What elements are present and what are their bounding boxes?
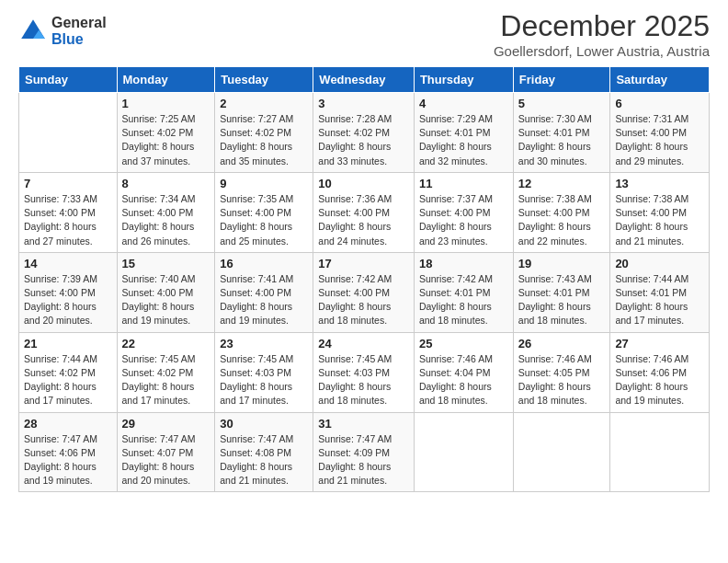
day-info: Sunrise: 7:47 AM Sunset: 4:06 PM Dayligh… (24, 432, 112, 488)
week-row-2: 7Sunrise: 7:33 AM Sunset: 4:00 PM Daylig… (19, 172, 710, 252)
day-info: Sunrise: 7:38 AM Sunset: 4:00 PM Dayligh… (615, 192, 704, 248)
day-info: Sunrise: 7:33 AM Sunset: 4:00 PM Dayligh… (24, 192, 112, 248)
day-cell: 9Sunrise: 7:35 AM Sunset: 4:00 PM Daylig… (215, 172, 313, 252)
weekday-header-monday: Monday (117, 67, 215, 93)
day-number: 16 (220, 257, 308, 270)
day-number: 10 (318, 177, 409, 190)
day-info: Sunrise: 7:46 AM Sunset: 4:05 PM Dayligh… (518, 352, 606, 408)
day-number: 25 (419, 337, 508, 350)
week-row-4: 21Sunrise: 7:44 AM Sunset: 4:02 PM Dayli… (19, 332, 710, 412)
day-number: 17 (318, 257, 409, 270)
day-cell: 28Sunrise: 7:47 AM Sunset: 4:06 PM Dayli… (19, 412, 118, 492)
day-number: 28 (24, 417, 112, 431)
day-cell (513, 412, 610, 492)
day-number: 19 (518, 257, 606, 270)
day-number: 15 (122, 257, 210, 270)
day-cell: 25Sunrise: 7:46 AM Sunset: 4:04 PM Dayli… (414, 332, 513, 412)
day-number: 14 (24, 257, 112, 270)
day-number: 27 (615, 337, 704, 350)
day-number: 6 (615, 97, 704, 110)
day-cell: 1Sunrise: 7:25 AM Sunset: 4:02 PM Daylig… (117, 93, 215, 173)
day-cell: 5Sunrise: 7:30 AM Sunset: 4:01 PM Daylig… (513, 93, 610, 173)
month-title: December 2025 (494, 9, 710, 43)
day-info: Sunrise: 7:25 AM Sunset: 4:02 PM Dayligh… (122, 112, 210, 168)
day-cell: 15Sunrise: 7:40 AM Sunset: 4:00 PM Dayli… (117, 252, 215, 332)
day-cell: 21Sunrise: 7:44 AM Sunset: 4:02 PM Dayli… (19, 332, 118, 412)
day-number: 9 (220, 177, 308, 190)
day-number: 8 (122, 177, 210, 190)
day-number: 18 (419, 257, 508, 270)
day-info: Sunrise: 7:47 AM Sunset: 4:07 PM Dayligh… (122, 432, 210, 488)
day-info: Sunrise: 7:45 AM Sunset: 4:02 PM Dayligh… (122, 352, 210, 408)
logo-general: General (51, 15, 107, 31)
day-info: Sunrise: 7:47 AM Sunset: 4:08 PM Dayligh… (220, 432, 308, 488)
weekday-header-thursday: Thursday (414, 67, 513, 93)
day-number: 5 (518, 97, 606, 110)
day-cell: 12Sunrise: 7:38 AM Sunset: 4:00 PM Dayli… (513, 172, 610, 252)
day-info: Sunrise: 7:45 AM Sunset: 4:03 PM Dayligh… (220, 352, 308, 408)
week-row-3: 14Sunrise: 7:39 AM Sunset: 4:00 PM Dayli… (19, 252, 710, 332)
day-cell: 6Sunrise: 7:31 AM Sunset: 4:00 PM Daylig… (610, 93, 710, 173)
day-cell: 24Sunrise: 7:45 AM Sunset: 4:03 PM Dayli… (313, 332, 415, 412)
day-info: Sunrise: 7:41 AM Sunset: 4:00 PM Dayligh… (220, 272, 308, 328)
day-info: Sunrise: 7:42 AM Sunset: 4:00 PM Dayligh… (318, 272, 409, 328)
day-number: 7 (24, 177, 112, 190)
day-number: 11 (419, 177, 508, 190)
day-number: 20 (615, 257, 704, 270)
day-info: Sunrise: 7:44 AM Sunset: 4:01 PM Dayligh… (615, 272, 704, 328)
day-cell: 26Sunrise: 7:46 AM Sunset: 4:05 PM Dayli… (513, 332, 610, 412)
day-number: 13 (615, 177, 704, 190)
day-cell: 14Sunrise: 7:39 AM Sunset: 4:00 PM Dayli… (19, 252, 118, 332)
weekday-header-saturday: Saturday (610, 67, 710, 93)
day-cell: 19Sunrise: 7:43 AM Sunset: 4:01 PM Dayli… (513, 252, 610, 332)
day-cell (610, 412, 710, 492)
calendar-body: 1Sunrise: 7:25 AM Sunset: 4:02 PM Daylig… (19, 93, 710, 492)
day-number: 31 (318, 417, 409, 431)
day-cell: 11Sunrise: 7:37 AM Sunset: 4:00 PM Dayli… (414, 172, 513, 252)
day-cell: 8Sunrise: 7:34 AM Sunset: 4:00 PM Daylig… (117, 172, 215, 252)
logo-icon (18, 17, 48, 46)
day-info: Sunrise: 7:40 AM Sunset: 4:00 PM Dayligh… (122, 272, 210, 328)
calendar-table: SundayMondayTuesdayWednesdayThursdayFrid… (18, 66, 710, 492)
day-cell (19, 93, 118, 173)
day-cell: 29Sunrise: 7:47 AM Sunset: 4:07 PM Dayli… (117, 412, 215, 492)
header: General Blue December 2025 Goellersdorf,… (18, 9, 710, 59)
day-number: 3 (318, 97, 409, 110)
week-row-5: 28Sunrise: 7:47 AM Sunset: 4:06 PM Dayli… (19, 412, 710, 492)
day-cell: 22Sunrise: 7:45 AM Sunset: 4:02 PM Dayli… (117, 332, 215, 412)
day-number: 1 (122, 97, 210, 110)
weekday-header-wednesday: Wednesday (313, 67, 415, 93)
day-info: Sunrise: 7:30 AM Sunset: 4:01 PM Dayligh… (518, 112, 606, 168)
day-cell: 4Sunrise: 7:29 AM Sunset: 4:01 PM Daylig… (414, 93, 513, 173)
logo-blue: Blue (51, 31, 107, 48)
day-info: Sunrise: 7:46 AM Sunset: 4:04 PM Dayligh… (419, 352, 508, 408)
logo: General Blue (18, 15, 107, 47)
day-cell: 16Sunrise: 7:41 AM Sunset: 4:00 PM Dayli… (215, 252, 313, 332)
weekday-row: SundayMondayTuesdayWednesdayThursdayFrid… (19, 67, 710, 93)
day-cell: 30Sunrise: 7:47 AM Sunset: 4:08 PM Dayli… (215, 412, 313, 492)
day-info: Sunrise: 7:45 AM Sunset: 4:03 PM Dayligh… (318, 352, 409, 408)
day-cell: 3Sunrise: 7:28 AM Sunset: 4:02 PM Daylig… (313, 93, 415, 173)
day-info: Sunrise: 7:38 AM Sunset: 4:00 PM Dayligh… (518, 192, 606, 248)
calendar-page: General Blue December 2025 Goellersdorf,… (0, 0, 728, 563)
day-info: Sunrise: 7:29 AM Sunset: 4:01 PM Dayligh… (419, 112, 508, 168)
weekday-header-sunday: Sunday (19, 67, 118, 93)
weekday-header-tuesday: Tuesday (215, 67, 313, 93)
day-cell: 17Sunrise: 7:42 AM Sunset: 4:00 PM Dayli… (313, 252, 415, 332)
weekday-header-friday: Friday (513, 67, 610, 93)
day-number: 21 (24, 337, 112, 350)
day-number: 23 (220, 337, 308, 350)
day-cell: 13Sunrise: 7:38 AM Sunset: 4:00 PM Dayli… (610, 172, 710, 252)
day-info: Sunrise: 7:43 AM Sunset: 4:01 PM Dayligh… (518, 272, 606, 328)
week-row-1: 1Sunrise: 7:25 AM Sunset: 4:02 PM Daylig… (19, 93, 710, 173)
day-number: 30 (220, 417, 308, 431)
day-info: Sunrise: 7:28 AM Sunset: 4:02 PM Dayligh… (318, 112, 409, 168)
calendar-header: SundayMondayTuesdayWednesdayThursdayFrid… (19, 67, 710, 93)
day-info: Sunrise: 7:34 AM Sunset: 4:00 PM Dayligh… (122, 192, 210, 248)
day-info: Sunrise: 7:39 AM Sunset: 4:00 PM Dayligh… (24, 272, 112, 328)
day-number: 24 (318, 337, 409, 350)
day-cell: 18Sunrise: 7:42 AM Sunset: 4:01 PM Dayli… (414, 252, 513, 332)
day-cell: 20Sunrise: 7:44 AM Sunset: 4:01 PM Dayli… (610, 252, 710, 332)
day-info: Sunrise: 7:42 AM Sunset: 4:01 PM Dayligh… (419, 272, 508, 328)
day-cell (414, 412, 513, 492)
